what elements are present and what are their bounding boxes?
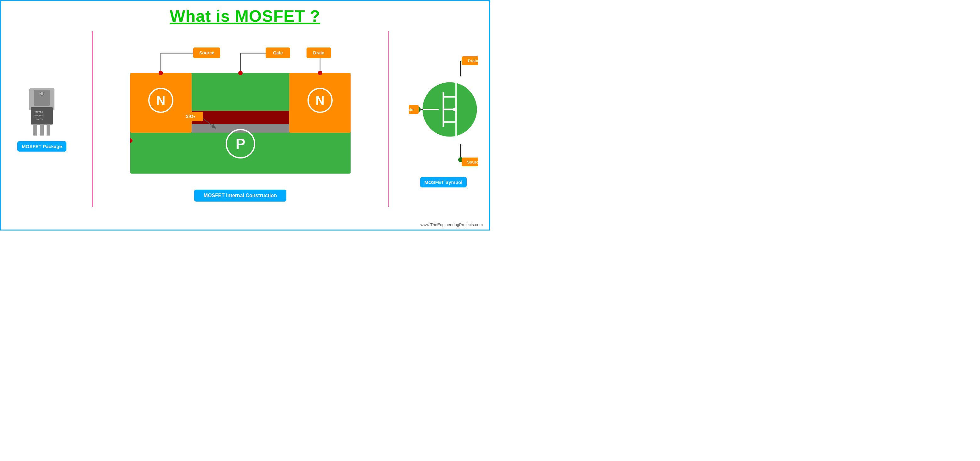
mosfet-construction-diagram: N N P Source	[130, 37, 351, 185]
gate-symbol-tooltip: Gate	[409, 107, 413, 112]
n-right-label: N	[315, 93, 325, 107]
left-section: IRF520 N-R 6120 HA 15 MOSFET Package	[10, 87, 73, 152]
svg-rect-5	[33, 124, 37, 136]
svg-text:HA  15: HA 15	[37, 118, 43, 120]
source-symbol-tooltip: Source	[467, 160, 478, 165]
svg-rect-6	[40, 124, 44, 136]
svg-rect-15	[192, 123, 289, 133]
sio2-tooltip: SiO₂	[185, 114, 195, 119]
construction-svg: N N P Source	[130, 37, 351, 185]
svg-text:N-R 6120: N-R 6120	[34, 114, 43, 117]
divider-left	[92, 31, 93, 207]
mosfet-symbol-label: MOSFET Symbol	[420, 177, 467, 187]
gate-dot	[238, 71, 243, 75]
mosfet-symbol-image: Drain Gate Source	[409, 51, 478, 171]
n-left-label: N	[156, 93, 165, 107]
drain-symbol-tooltip: Drain	[468, 59, 478, 63]
divider-right	[388, 31, 389, 207]
right-section: Drain Gate Source MOSFET Symbol	[407, 51, 480, 187]
svg-point-3	[40, 92, 43, 95]
drain-dot	[318, 71, 322, 75]
drain-tooltip: Drain	[313, 50, 325, 55]
page-title-section: What is MOSFET ?	[1, 1, 489, 28]
source-dot	[159, 71, 163, 75]
center-section: N N P Source	[111, 37, 369, 201]
mosfet-package-image: IRF520 N-R 6120 HA 15	[25, 87, 59, 136]
page-title: What is MOSFET ?	[1, 6, 489, 25]
main-content: IRF520 N-R 6120 HA 15 MOSFET Package	[1, 31, 489, 207]
svg-rect-16	[192, 111, 289, 124]
gate-tooltip: Gate	[273, 50, 283, 55]
svg-text:IRF520: IRF520	[35, 111, 43, 114]
p-label: P	[235, 136, 245, 152]
website-url: www.TheEngineeringProjects.com	[420, 222, 483, 227]
source-tooltip: Source	[199, 50, 214, 55]
svg-rect-7	[46, 124, 50, 136]
construction-caption: MOSFET Internal Construction	[194, 190, 286, 201]
mosfet-package-label: MOSFET Package	[17, 141, 67, 152]
